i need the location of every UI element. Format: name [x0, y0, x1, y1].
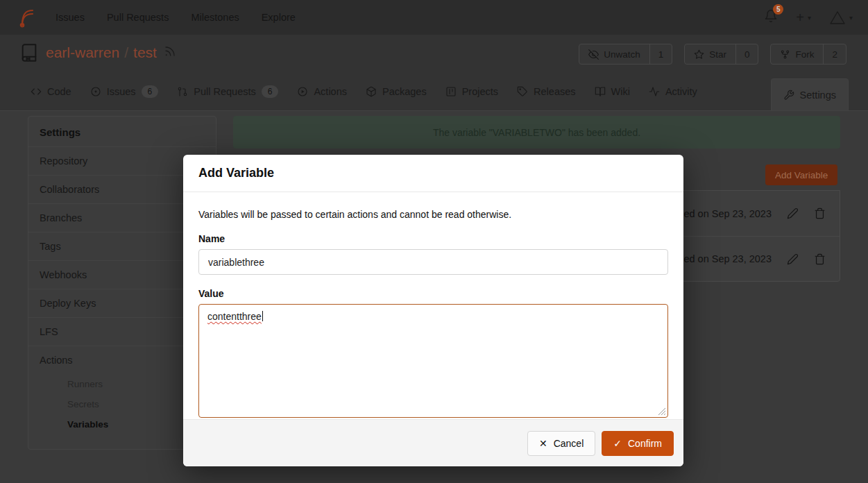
- confirm-button[interactable]: ✓ Confirm: [602, 431, 674, 456]
- cancel-button[interactable]: ✕ Cancel: [527, 431, 595, 456]
- repo-name-link[interactable]: test: [133, 44, 157, 61]
- tool-icon: [783, 90, 794, 101]
- book-open-icon: [595, 86, 606, 97]
- sidebar-title: Settings: [28, 117, 216, 146]
- forgejo-logo-icon[interactable]: [15, 7, 36, 28]
- issues-count-badge: 6: [142, 85, 159, 98]
- tab-activity[interactable]: Activity: [649, 86, 697, 97]
- nav-links: Issues Pull Requests Milestones Explore: [56, 12, 296, 23]
- nav-link-explore[interactable]: Explore: [262, 12, 296, 23]
- tab-packages[interactable]: Packages: [366, 86, 427, 97]
- pull-requests-count-badge: 6: [262, 85, 279, 98]
- repository-icon: [19, 43, 39, 62]
- package-icon: [366, 86, 377, 97]
- success-message-text: The variable "VARIABLETWO" has been adde…: [433, 127, 640, 138]
- textarea-text: contentthree: [207, 311, 262, 322]
- eye-off-icon: [588, 49, 599, 60]
- tab-pull-requests[interactable]: Pull Requests 6: [177, 85, 278, 98]
- variable-name-input[interactable]: [198, 249, 668, 275]
- success-message-banner: The variable "VARIABLETWO" has been adde…: [233, 116, 840, 149]
- notifications-button[interactable]: 5: [764, 9, 778, 26]
- notification-count-badge: 5: [773, 4, 783, 15]
- watch-button-group: Unwatch 1: [579, 44, 672, 65]
- create-new-dropdown[interactable]: + ▾: [796, 10, 811, 24]
- tab-issues[interactable]: Issues 6: [90, 85, 159, 98]
- add-variable-button[interactable]: Add Variable: [765, 164, 837, 185]
- issue-opened-icon: [90, 86, 101, 97]
- plus-icon: +: [796, 10, 804, 24]
- tab-releases[interactable]: Releases: [517, 86, 575, 97]
- trash-icon: [814, 207, 826, 219]
- repo-separator: /: [124, 44, 128, 61]
- modal-header: Add Variable: [183, 155, 683, 192]
- delete-variable-button[interactable]: [814, 253, 826, 265]
- stars-count[interactable]: 0: [735, 44, 758, 64]
- repo-header: earl-warren / test Unwatch: [0, 35, 868, 73]
- user-menu-dropdown[interactable]: ▾: [829, 9, 853, 26]
- screen: Issues Pull Requests Milestones Explore …: [0, 0, 868, 483]
- star-button[interactable]: Star: [685, 44, 735, 64]
- star-button-group: Star 0: [684, 44, 758, 65]
- value-field-label: Value: [198, 288, 668, 299]
- repo-action-buttons: Unwatch 1 Star 0: [579, 44, 846, 65]
- fork-button-group: Fork 2: [770, 44, 846, 65]
- edit-variable-button[interactable]: [787, 253, 799, 265]
- edit-variable-button[interactable]: [787, 207, 799, 219]
- navbar-right: 5 + ▾ ▾: [764, 9, 853, 26]
- resize-handle[interactable]: [657, 407, 666, 416]
- unwatch-button[interactable]: Unwatch: [579, 44, 649, 64]
- fork-button[interactable]: Fork: [771, 44, 823, 64]
- nav-link-milestones[interactable]: Milestones: [191, 12, 239, 23]
- top-navbar: Issues Pull Requests Milestones Explore …: [0, 0, 868, 35]
- play-circle-icon: [297, 86, 308, 97]
- repo-owner-link[interactable]: earl-warren: [46, 44, 119, 61]
- fork-icon: [780, 49, 790, 60]
- pencil-icon: [787, 253, 799, 265]
- modal-body: Variables will be passed to certain acti…: [183, 192, 683, 418]
- pull-request-icon: [177, 86, 188, 97]
- chevron-down-icon: ▾: [849, 14, 853, 22]
- tag-icon: [517, 86, 528, 97]
- tab-actions[interactable]: Actions: [297, 86, 347, 97]
- activity-pulse-icon: [649, 86, 660, 97]
- repo-title: earl-warren / test: [19, 43, 176, 62]
- nav-link-pull-requests[interactable]: Pull Requests: [107, 12, 169, 23]
- text-cursor: [262, 311, 264, 321]
- tab-projects[interactable]: Projects: [445, 86, 498, 97]
- close-icon: ✕: [539, 438, 547, 449]
- modal-title: Add Variable: [198, 166, 274, 180]
- name-field-label: Name: [198, 233, 668, 244]
- forks-count[interactable]: 2: [823, 44, 846, 64]
- modal-description: Variables will be passed to certain acti…: [198, 209, 668, 220]
- avatar: [829, 9, 846, 26]
- tab-wiki[interactable]: Wiki: [595, 86, 630, 97]
- check-icon: ✓: [613, 438, 622, 449]
- tab-settings[interactable]: Settings: [771, 78, 849, 110]
- breadcrumb: earl-warren / test: [46, 44, 157, 61]
- trash-icon: [814, 253, 826, 265]
- nav-link-issues[interactable]: Issues: [56, 12, 85, 23]
- star-icon: [694, 49, 704, 60]
- chevron-down-icon: ▾: [808, 14, 811, 22]
- pencil-icon: [787, 207, 799, 219]
- project-board-icon: [445, 86, 457, 97]
- code-icon: [31, 86, 42, 97]
- tab-code[interactable]: Code: [31, 86, 71, 97]
- repo-tabbar: Code Issues 6 Pull Requests 6 Actions: [0, 73, 868, 111]
- rss-feed-button[interactable]: [164, 45, 176, 60]
- watchers-count[interactable]: 1: [649, 44, 672, 64]
- variable-value-textarea[interactable]: contentthree: [198, 304, 668, 418]
- add-variable-modal: Add Variable Variables will be passed to…: [183, 155, 683, 466]
- rss-icon: [164, 45, 176, 58]
- delete-variable-button[interactable]: [814, 207, 826, 219]
- modal-footer: ✕ Cancel ✓ Confirm: [183, 419, 683, 466]
